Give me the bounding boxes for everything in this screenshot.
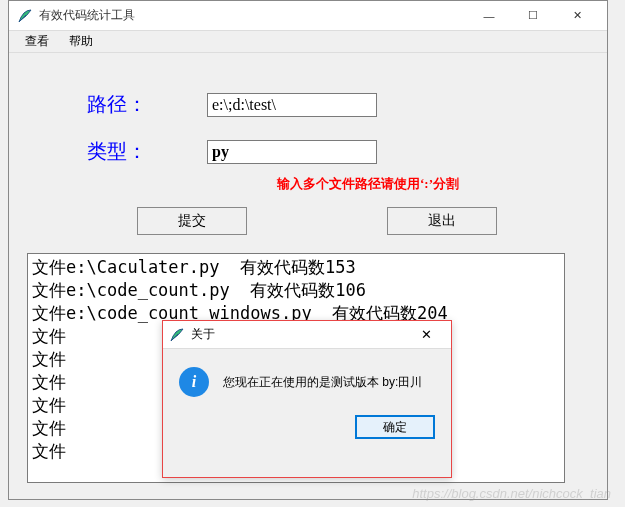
- maximize-button[interactable]: ☐: [511, 2, 555, 30]
- about-dialog: 关于 ✕ i 您现在正在使用的是测试版本 by:田川 确定: [162, 320, 452, 478]
- dialog-titlebar: 关于 ✕: [163, 321, 451, 349]
- minimize-button[interactable]: —: [467, 2, 511, 30]
- info-icon: i: [179, 367, 209, 397]
- close-button[interactable]: ✕: [555, 2, 599, 30]
- type-input[interactable]: [207, 140, 377, 164]
- dialog-ok-button[interactable]: 确定: [355, 415, 435, 439]
- type-row: 类型：: [27, 138, 589, 165]
- dialog-title: 关于: [191, 326, 407, 343]
- dialog-message: 您现在正在使用的是测试版本 by:田川: [223, 374, 422, 391]
- menu-help[interactable]: 帮助: [59, 31, 103, 52]
- type-label: 类型：: [27, 138, 207, 165]
- submit-button[interactable]: 提交: [137, 207, 247, 235]
- path-row: 路径：: [27, 91, 589, 118]
- dialog-close-button[interactable]: ✕: [407, 322, 445, 348]
- app-feather-icon: [17, 8, 33, 24]
- dialog-footer: 确定: [163, 405, 451, 451]
- window-title: 有效代码统计工具: [39, 7, 467, 24]
- dialog-feather-icon: [169, 327, 185, 343]
- window-controls: — ☐ ✕: [467, 2, 599, 30]
- hint-text: 输入多个文件路径请使用‘:’分割: [277, 175, 589, 193]
- dialog-body: i 您现在正在使用的是测试版本 by:田川: [163, 349, 451, 405]
- path-label: 路径：: [27, 91, 207, 118]
- menubar: 查看 帮助: [9, 31, 607, 53]
- menu-view[interactable]: 查看: [15, 31, 59, 52]
- button-row: 提交 退出: [27, 207, 589, 235]
- exit-button[interactable]: 退出: [387, 207, 497, 235]
- titlebar: 有效代码统计工具 — ☐ ✕: [9, 1, 607, 31]
- path-input[interactable]: [207, 93, 377, 117]
